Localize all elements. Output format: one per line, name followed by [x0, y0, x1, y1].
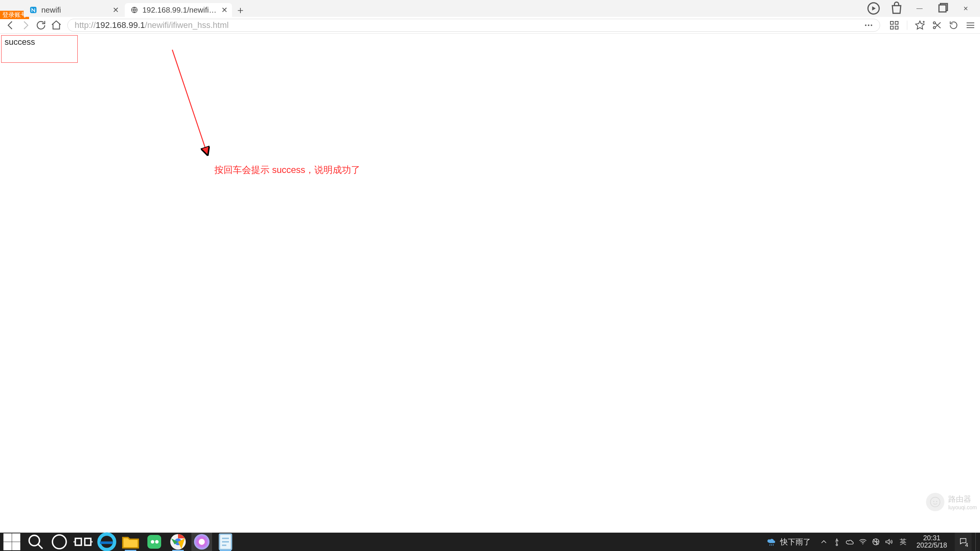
window-maximize-button[interactable] — [934, 2, 951, 15]
svg-point-28 — [155, 540, 158, 544]
svg-point-34 — [862, 544, 863, 544]
svg-point-21 — [29, 535, 39, 546]
svg-rect-3 — [939, 5, 946, 12]
shield-icon[interactable] — [865, 2, 882, 15]
taskbar-app-wechat[interactable] — [144, 533, 165, 551]
system-tray — [819, 537, 893, 546]
taskbar-app-chrome-alt[interactable] — [191, 533, 212, 551]
nav-home-button[interactable] — [50, 19, 63, 32]
svg-rect-9 — [890, 26, 893, 29]
tab-title: 192.168.99.1/newifi/ifiwen_h — [142, 6, 217, 15]
taskbar-app-edge[interactable] — [96, 533, 117, 551]
clock-date: 2022/5/18 — [916, 542, 947, 549]
svg-rect-8 — [895, 21, 898, 24]
rain-icon — [766, 537, 776, 547]
nav-reload-button[interactable] — [34, 19, 47, 32]
shopping-icon[interactable] — [888, 2, 905, 15]
success-box: success — [1, 35, 78, 63]
svg-rect-20 — [13, 543, 20, 549]
tray-usb-icon[interactable] — [832, 537, 841, 546]
window-close-button[interactable]: ✕ — [957, 2, 974, 15]
address-bar[interactable]: http://192.168.99.1/newifi/ifiwen_hss.ht… — [67, 19, 880, 32]
svg-point-6 — [871, 24, 872, 26]
watermark-subtitle: luyouqi.com — [948, 504, 977, 510]
annotation-text: 按回车会提示 success，说明成功了 — [214, 164, 360, 176]
browser-window: 登录账号 newifi ✕ 192.168.99.1/newifi/ifiwen… — [0, 0, 980, 551]
taskbar-app-notepad[interactable] — [215, 533, 236, 551]
search-button[interactable] — [25, 533, 46, 551]
svg-rect-18 — [13, 534, 20, 541]
svg-point-5 — [868, 24, 869, 26]
tab-router-page[interactable]: 192.168.99.1/newifi/ifiwen_h ✕ — [125, 3, 232, 17]
ime-indicator[interactable]: 英 — [897, 537, 909, 546]
start-button[interactable] — [2, 533, 22, 551]
task-view-button[interactable] — [73, 533, 93, 551]
notifications-button[interactable]: 4 — [955, 533, 972, 551]
weather-text: 快下雨了 — [780, 537, 811, 547]
notif-count: 4 — [965, 542, 968, 548]
tray-chevron-up-icon[interactable] — [819, 537, 828, 546]
nav-forward-button[interactable] — [19, 19, 32, 32]
svg-point-27 — [151, 540, 154, 544]
tab-title: newifi — [41, 6, 108, 15]
taskbar: 快下雨了 英 20:31 2022/5/18 4 — [0, 533, 980, 551]
cortana-button[interactable] — [49, 533, 70, 551]
new-tab-button[interactable]: ＋ — [234, 3, 247, 17]
undo-icon[interactable] — [948, 20, 959, 31]
svg-rect-24 — [85, 538, 91, 545]
tab-strip: 登录账号 newifi ✕ 192.168.99.1/newifi/ifiwen… — [0, 0, 980, 17]
taskbar-right: 快下雨了 英 20:31 2022/5/18 4 — [762, 533, 980, 551]
svg-line-13 — [172, 50, 207, 152]
svg-point-15 — [933, 501, 935, 502]
annotation-arrow-icon — [168, 48, 230, 163]
svg-rect-19 — [4, 543, 11, 549]
watermark-brand: 路由器 — [948, 494, 977, 504]
window-minimize-button[interactable]: — — [911, 2, 928, 15]
url-text: http://192.168.99.1/newifi/ifiwen_hss.ht… — [75, 20, 857, 30]
svg-rect-7 — [890, 21, 893, 24]
separator — [907, 21, 907, 30]
tray-wifi-icon[interactable] — [858, 537, 867, 546]
favicon-globe-icon — [130, 6, 139, 14]
browser-toolbar: http://192.168.99.1/newifi/ifiwen_hss.ht… — [0, 17, 980, 34]
taskbar-apps — [0, 533, 236, 551]
tab-newifi[interactable]: newifi ✕ — [24, 3, 123, 17]
taskbar-clock[interactable]: 20:31 2022/5/18 — [913, 535, 951, 549]
taskbar-app-chrome[interactable] — [168, 533, 188, 551]
weather-widget[interactable]: 快下雨了 — [762, 537, 815, 547]
nav-back-button[interactable] — [4, 19, 17, 32]
watermark: 路由器 luyouqi.com — [926, 493, 977, 511]
svg-rect-10 — [895, 26, 898, 29]
svg-rect-17 — [4, 534, 11, 541]
page-content: success 按回车会提示 success，说明成功了 路由器 luyouqi… — [0, 34, 980, 533]
toolbar-extensions — [885, 20, 976, 31]
svg-point-4 — [865, 24, 867, 26]
scissors-icon[interactable] — [931, 20, 942, 31]
window-controls: — ✕ — [859, 0, 980, 17]
hamburger-menu-icon[interactable] — [965, 20, 976, 31]
favicon-n-icon — [29, 6, 38, 14]
tray-volume-icon[interactable] — [884, 537, 893, 546]
show-desktop-button[interactable] — [975, 533, 978, 551]
svg-point-32 — [199, 539, 205, 545]
tray-network-off-icon[interactable] — [871, 537, 880, 546]
favorites-plus-icon[interactable] — [914, 20, 926, 31]
svg-point-16 — [936, 501, 938, 502]
svg-rect-23 — [75, 538, 82, 545]
apps-grid-icon[interactable] — [889, 20, 900, 31]
more-icon[interactable] — [863, 20, 874, 31]
clock-time: 20:31 — [916, 535, 947, 542]
taskbar-app-explorer[interactable] — [120, 533, 141, 551]
svg-point-22 — [52, 535, 66, 549]
tab-close-icon[interactable]: ✕ — [220, 6, 228, 14]
tray-cloud-icon[interactable] — [845, 537, 854, 546]
svg-point-14 — [931, 497, 940, 507]
tab-close-icon[interactable]: ✕ — [112, 6, 119, 14]
watermark-icon — [926, 493, 944, 511]
